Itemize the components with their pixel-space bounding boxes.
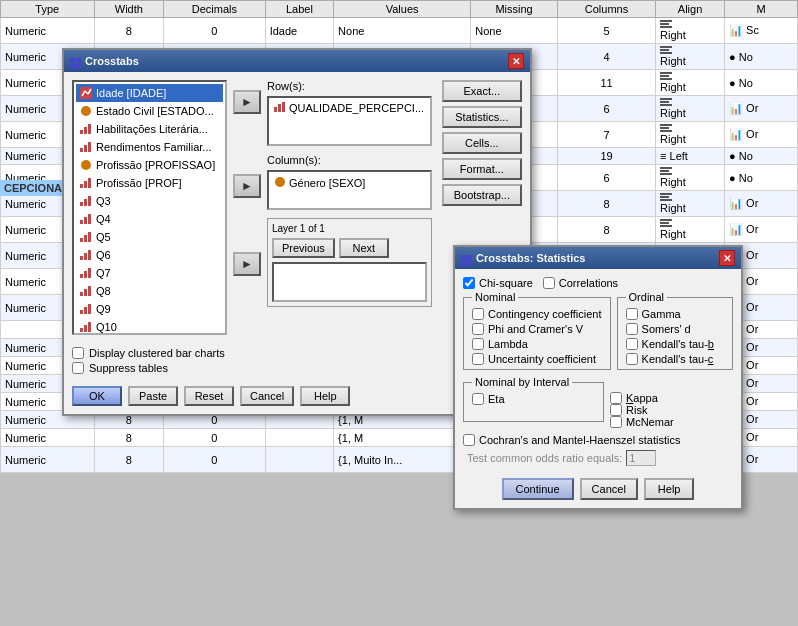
uncertainty-checkbox[interactable] — [472, 353, 484, 365]
next-button[interactable]: Next — [339, 238, 389, 258]
stats-top-row: Chi-square Correlations — [463, 277, 733, 289]
var-item-rendimentos[interactable]: Rendimentos Familiar... — [76, 138, 223, 156]
previous-button[interactable]: Previous — [272, 238, 335, 258]
format-button[interactable]: Format... — [442, 158, 522, 180]
var-item-q8[interactable]: Q8 — [76, 282, 223, 300]
var-label: Q5 — [96, 231, 111, 243]
cells-button[interactable]: Cells... — [442, 132, 522, 154]
svg-rect-13 — [84, 181, 87, 188]
kendall-b-label: Kendall's tau-b — [642, 338, 714, 350]
var-label: Idade [IDADE] — [96, 87, 166, 99]
nominal-group-content: Contingency coefficient Phi and Cramer's… — [472, 302, 602, 365]
mcnemar-label: McNemar — [626, 416, 674, 428]
col-transfer-button[interactable]: ► — [233, 174, 261, 198]
display-clustered-checkbox[interactable] — [72, 347, 84, 359]
cochrans-label: Cochran's and Mantel-Haenszel statistics — [479, 434, 680, 446]
columns-transfer-area[interactable]: Género [SEXO] — [267, 170, 432, 210]
svg-rect-10 — [88, 142, 91, 152]
kappa-row: Kappa — [610, 392, 733, 404]
row-item-label: QUALIDADE_PERCEPCI... — [289, 102, 424, 114]
stats-help-button[interactable]: Help — [644, 478, 695, 500]
svg-rect-12 — [80, 184, 83, 188]
contingency-row: Contingency coefficient — [472, 308, 602, 320]
var-item-q3[interactable]: Q3 — [76, 192, 223, 210]
col-header-m: M — [725, 1, 798, 18]
gamma-checkbox[interactable] — [626, 308, 638, 320]
crosstabs-close-button[interactable]: ✕ — [508, 53, 524, 69]
layer-transfer-area[interactable] — [272, 262, 427, 302]
svg-rect-34 — [84, 307, 87, 314]
mcnemar-checkbox[interactable] — [610, 416, 622, 428]
kappa-checkbox[interactable] — [610, 392, 622, 404]
layer-transfer-button[interactable]: ► — [233, 252, 261, 276]
lambda-label: Lambda — [488, 338, 528, 350]
var-label: Q3 — [96, 195, 111, 207]
reset-button[interactable]: Reset — [184, 386, 234, 406]
variable-list[interactable]: Idade [IDADE] Estado Civil [ESTADO... Ha… — [72, 80, 227, 335]
chi-square-checkbox[interactable] — [463, 277, 475, 289]
test-odds-input[interactable] — [626, 450, 656, 466]
ok-button[interactable]: OK — [72, 386, 122, 406]
svg-rect-27 — [80, 274, 83, 278]
nominal-interval-title: Nominal by Interval — [472, 376, 572, 388]
scale-icon — [79, 86, 93, 100]
cepciona-label: CEPCIONA — [0, 180, 66, 196]
cochrans-checkbox[interactable] — [463, 434, 475, 446]
svg-rect-32 — [88, 286, 91, 296]
kendall-b-row: Kendall's tau-b — [626, 338, 724, 350]
chi-square-row: Chi-square — [463, 277, 533, 289]
help-button[interactable]: Help — [300, 386, 350, 406]
cancel-button[interactable]: Cancel — [240, 386, 294, 406]
var-item-q10[interactable]: Q10 — [76, 318, 223, 335]
eta-row: Eta — [472, 393, 505, 405]
correlations-checkbox[interactable] — [543, 277, 555, 289]
uncertainty-label: Uncertainty coefficient — [488, 353, 596, 365]
chi-square-label: Chi-square — [479, 277, 533, 289]
var-item-estado[interactable]: Estado Civil [ESTADO... — [76, 102, 223, 120]
suppress-tables-checkbox[interactable] — [72, 362, 84, 374]
rows-transfer-area[interactable]: QUALIDADE_PERCEPCI... — [267, 96, 432, 146]
ordinal-icon-q8 — [79, 284, 93, 298]
ordinal-group: Ordinal Gamma Somers' d Kend — [617, 297, 733, 370]
row-transfer-button[interactable]: ► — [233, 90, 261, 114]
phi-checkbox[interactable] — [472, 323, 484, 335]
somers-checkbox[interactable] — [626, 323, 638, 335]
var-item-q4[interactable]: Q4 — [76, 210, 223, 228]
var-item-q9[interactable]: Q9 — [76, 300, 223, 318]
var-item-q7[interactable]: Q7 — [76, 264, 223, 282]
var-label: Estado Civil [ESTADO... — [96, 105, 214, 117]
ordinal-icon-q3 — [79, 194, 93, 208]
stats-close-button[interactable]: ✕ — [719, 250, 735, 266]
ordinal-icon-q9 — [79, 302, 93, 316]
bar-icon — [274, 102, 286, 114]
svg-rect-30 — [80, 292, 83, 296]
svg-rect-24 — [80, 256, 83, 260]
contingency-checkbox[interactable] — [472, 308, 484, 320]
cochrans-row: Cochran's and Mantel-Haenszel statistics — [463, 434, 733, 446]
eta-checkbox[interactable] — [472, 393, 484, 405]
bootstrap-button[interactable]: Bootstrap... — [442, 184, 522, 206]
var-item-q6[interactable]: Q6 — [76, 246, 223, 264]
nominal-group-title: Nominal — [472, 291, 518, 303]
mcnemar-row: McNemar — [610, 416, 733, 428]
kendall-c-checkbox[interactable] — [626, 353, 638, 365]
var-item-profissao1[interactable]: Profissão [PROFISSAO] — [76, 156, 223, 174]
risk-checkbox[interactable] — [610, 404, 622, 416]
statistics-button[interactable]: Statistics... — [442, 106, 522, 128]
lambda-checkbox[interactable] — [472, 338, 484, 350]
var-item-q5[interactable]: Q5 — [76, 228, 223, 246]
svg-rect-6 — [84, 127, 87, 134]
exact-button[interactable]: Exact... — [442, 80, 522, 102]
paste-button[interactable]: Paste — [128, 386, 178, 406]
kendall-b-checkbox[interactable] — [626, 338, 638, 350]
var-item-habilitacoes[interactable]: Habilitações Literária... — [76, 120, 223, 138]
ordinal-icon-q5 — [79, 230, 93, 244]
col-header-values: Values — [334, 1, 471, 18]
var-item-idade[interactable]: Idade [IDADE] — [76, 84, 223, 102]
col-item-label: Género [SEXO] — [289, 177, 365, 189]
stats-cancel-button[interactable]: Cancel — [580, 478, 638, 500]
nominal-icon-col — [274, 176, 286, 190]
svg-point-42 — [275, 177, 285, 187]
var-item-profissao2[interactable]: Profissão [PROF] — [76, 174, 223, 192]
continue-button[interactable]: Continue — [502, 478, 574, 500]
